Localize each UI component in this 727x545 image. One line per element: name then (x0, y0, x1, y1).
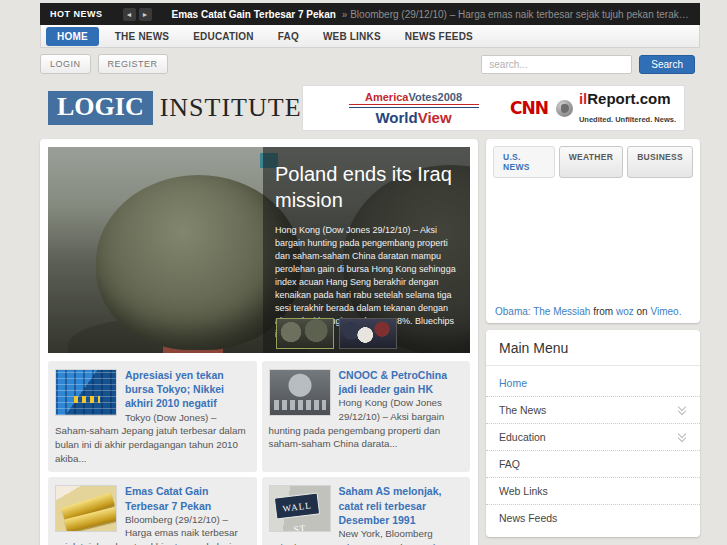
hot-news-label: HOT NEWS (50, 9, 103, 19)
ticker-nav: ◄ ► (123, 8, 152, 21)
hot-news-ticker: HOT NEWS ◄ ► Emas Catat Gain Terbesar 7 … (40, 3, 700, 25)
login-button[interactable]: LOGIN (40, 54, 91, 74)
ireport-logo: ilReport.com Unedited. Unfiltered. News. (579, 90, 676, 125)
cnn-logo: CNN (510, 98, 548, 118)
video-author-link[interactable]: woz (616, 306, 634, 317)
slideshow-thumbnails (276, 318, 397, 349)
wall-street-thumbnail[interactable]: WALL ST (269, 485, 331, 532)
menu-item-label: FAQ (499, 458, 520, 470)
article-teaser-3: Emas Catat Gain Terbesar 7 Pekan Bloombe… (48, 477, 257, 545)
menu-item-label: The News (499, 404, 546, 416)
site-logo[interactable]: LOGIC INSTITUTE (48, 91, 302, 125)
user-toolbar: LOGIN REGISTER Search (40, 54, 700, 74)
video-caption: Obama: The Messiah from woz on Vimeo. (493, 304, 693, 317)
article-title-link[interactable]: Apresiasi yen tekan bursa Tokyo; Nikkei … (125, 369, 224, 409)
nav-item-the-news[interactable]: THE NEWS (103, 27, 181, 46)
site-header: LOGIC INSTITUTE AmericaVotes2008 WorldVi… (40, 82, 700, 134)
ticker-next-button[interactable]: ► (139, 8, 152, 21)
menu-item-home[interactable]: Home (486, 370, 700, 397)
chevron-down-icon (678, 432, 687, 442)
article-teaser-grid: Apresiasi yen tekan bursa Tokyo; Nikkei … (48, 361, 470, 545)
worldview-world: World (375, 109, 417, 126)
gold-bars-thumbnail[interactable] (55, 485, 117, 532)
slideshow-thumb-soldiers[interactable] (276, 318, 334, 349)
ticker-prev-button[interactable]: ◄ (123, 8, 136, 21)
menu-item-label: Home (499, 377, 527, 389)
main-menu-title: Main Menu (486, 330, 700, 366)
menu-item-faq[interactable]: FAQ (486, 451, 700, 478)
tab-business[interactable]: BUSINESS (627, 146, 693, 178)
main-menu-panel: Main Menu Home The News Education FAQ We… (486, 330, 700, 537)
logo-primary: LOGIC (48, 91, 153, 125)
menu-item-news-feeds[interactable]: News Feeds (486, 505, 700, 531)
news-tabs-panel: U.S. NEWS WEATHER BUSINESS Obama: The Me… (486, 139, 700, 323)
content-area: Poland ends its Iraq mission Hong Kong (… (40, 139, 700, 545)
nav-item-home[interactable]: HOME (46, 27, 99, 46)
ad-banner[interactable]: AmericaVotes2008 WorldView CNN ilReport.… (302, 85, 685, 131)
caption-text: on (634, 306, 651, 317)
americavotes-logo: AmericaVotes2008 WorldView (349, 91, 479, 126)
video-embed[interactable] (493, 178, 693, 304)
logo-secondary: INSTITUTE (160, 93, 302, 123)
article-excerpt: Tokyo (Dow Jones) – Saham-saham Jepang j… (55, 412, 246, 464)
globe-icon (556, 100, 573, 117)
vimeo-link[interactable]: Vimeo. (650, 306, 681, 317)
main-navbar: HOME THE NEWS EDUCATION FAQ WEB LINKS NE… (40, 25, 700, 48)
worldview-view: View (418, 109, 452, 126)
ticker-headline-excerpt: » Bloomberg (29/12/10) – Harga emas naik… (342, 9, 690, 20)
article-teaser-1: Apresiasi yen tekan bursa Tokyo; Nikkei … (48, 361, 257, 472)
ticker-headline-link[interactable]: Emas Catat Gain Terbesar 7 Pekan (172, 9, 336, 20)
ireport-name: Report.com (587, 90, 670, 107)
register-button[interactable]: REGISTER (98, 54, 168, 74)
article-teaser-2: CNOOC & PetroChina jadi leader gain HK H… (262, 361, 471, 472)
tab-weather[interactable]: WEATHER (559, 146, 623, 178)
search-input[interactable] (481, 55, 632, 74)
menu-item-the-news[interactable]: The News (486, 397, 700, 424)
arrow-right-icon: ► (142, 11, 149, 18)
article-teaser-4: WALL ST Saham AS melonjak, catat reli te… (262, 477, 471, 545)
article-title-link[interactable]: Emas Catat Gain Terbesar 7 Pekan (125, 485, 211, 511)
wall-street-sign: WALL ST (273, 493, 319, 520)
nav-item-education[interactable]: EDUCATION (181, 27, 266, 46)
cnn-ireport-logo: CNN ilReport.com Unedited. Unfiltered. N… (510, 90, 676, 125)
ireport-tagline: Unedited. Unfiltered. News. (579, 115, 676, 124)
page-container: HOT NEWS ◄ ► Emas Catat Gain Terbesar 7 … (40, 0, 700, 545)
slideshow-thumb-crowd[interactable] (339, 318, 397, 349)
featured-slideshow[interactable]: Poland ends its Iraq mission Hong Kong (… (48, 147, 470, 353)
featured-article-title[interactable]: Poland ends its Iraq mission (275, 161, 458, 213)
sidebar: U.S. NEWS WEATHER BUSINESS Obama: The Me… (486, 139, 700, 537)
news-tabs: U.S. NEWS WEATHER BUSINESS (493, 146, 693, 178)
main-menu-list: Home The News Education FAQ Web Links Ne… (486, 366, 700, 533)
menu-item-label: Education (499, 431, 546, 443)
cnooc-logo-thumbnail[interactable] (269, 369, 331, 416)
article-title-link[interactable]: CNOOC & PetroChina jadi leader gain HK (339, 369, 448, 395)
ireport-prefix: il (579, 90, 587, 107)
americavotes-year: Votes2008 (408, 91, 462, 103)
americavotes-america: America (365, 91, 408, 103)
menu-item-label: Web Links (499, 485, 548, 497)
tab-us-news[interactable]: U.S. NEWS (493, 146, 555, 178)
nav-item-web-links[interactable]: WEB LINKS (311, 27, 393, 46)
article-title-link[interactable]: Saham AS melonjak, catat reli terbesar D… (339, 485, 442, 525)
nav-item-news-feeds[interactable]: NEWS FEEDS (393, 27, 485, 46)
menu-item-web-links[interactable]: Web Links (486, 478, 700, 505)
menu-item-education[interactable]: Education (486, 424, 700, 451)
caption-text: from (590, 306, 616, 317)
nav-item-faq[interactable]: FAQ (266, 27, 311, 46)
search-button[interactable]: Search (639, 55, 695, 74)
menu-item-label: News Feeds (499, 512, 557, 524)
arrow-left-icon: ◄ (126, 11, 133, 18)
chevron-down-icon (678, 405, 687, 415)
stock-board-thumbnail[interactable] (55, 369, 117, 416)
banner-rule (349, 104, 479, 108)
main-panel: Poland ends its Iraq mission Hong Kong (… (40, 139, 478, 545)
video-title-link[interactable]: Obama: The Messiah (495, 306, 590, 317)
